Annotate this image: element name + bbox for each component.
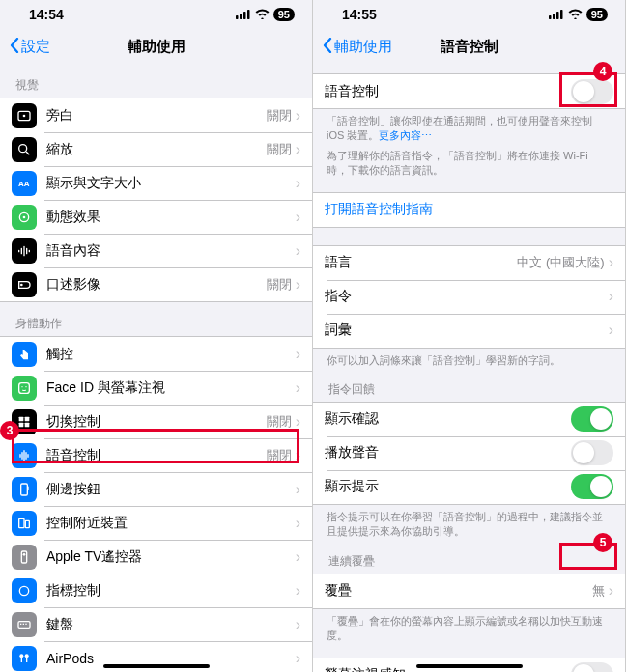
svg-point-5 — [23, 114, 26, 117]
row-voiceover[interactable]: 旁白 關閉 › — [0, 98, 312, 132]
content-right: 語音控制 「語音控制」讓你即使在通話期間，也可使用聲音來控制 iOS 裝置。更多… — [313, 64, 625, 672]
row-voice-control-toggle: 語音控制 — [313, 74, 625, 108]
row-commands[interactable]: 指令 › — [313, 280, 625, 314]
row-show-confirm: 顯示確認 — [313, 403, 625, 436]
row-language[interactable]: 語言 中文 (中國大陸) › — [313, 246, 625, 280]
row-spoken[interactable]: 語音內容 › — [0, 234, 312, 267]
svg-rect-28 — [25, 623, 26, 624]
toggle-show-hint[interactable] — [571, 474, 613, 499]
row-label: Apple TV遙控器 — [46, 548, 296, 566]
svg-rect-2 — [243, 12, 246, 19]
chevron-left-icon — [323, 38, 332, 56]
row-faceid[interactable]: Face ID 與螢幕注視 › — [0, 371, 312, 405]
svg-rect-17 — [25, 422, 30, 427]
svg-rect-36 — [560, 10, 563, 19]
row-open-guide[interactable]: 打開語音控制指南 — [313, 193, 625, 227]
row-label: 口述影像 — [46, 276, 267, 294]
row-label: 語音控制 — [325, 83, 571, 100]
footer-voice-control-2: 為了理解你的語音指令，「語音控制」將在你連接 Wi-Fi 時，下載你的語言資訊。 — [313, 144, 625, 179]
chevron-right-icon: › — [296, 346, 300, 363]
row-textsize[interactable]: AA 顯示與文字大小 › — [0, 166, 312, 200]
status-time: 14:54 — [29, 7, 64, 22]
phone-right: 14:55 95 輔助使用 語音控制 語音控制 「語音控制」讓你即使在通話期間，… — [313, 0, 626, 672]
row-keyboard[interactable]: 鍵盤 › — [0, 607, 312, 641]
section-header-vision: 視覺 — [0, 64, 312, 98]
row-audio-descriptions[interactable]: 口述影像 關閉 › — [0, 267, 312, 301]
svg-point-13 — [25, 386, 26, 387]
svg-rect-15 — [25, 416, 30, 421]
wifi-icon — [255, 7, 270, 22]
row-label: Face ID 與螢幕注視 — [46, 379, 296, 397]
row-label: 顯示與文字大小 — [46, 175, 296, 192]
row-pointer-control[interactable]: 指標控制 › — [0, 574, 312, 607]
back-button[interactable]: 設定 — [10, 38, 50, 56]
keyboard-icon — [12, 612, 37, 637]
back-label: 輔助使用 — [334, 38, 392, 56]
chevron-right-icon: › — [609, 288, 613, 305]
toggle-attention-aware[interactable] — [571, 662, 613, 672]
touch-icon — [12, 342, 37, 367]
home-indicator — [416, 664, 523, 668]
row-label: 指標控制 — [46, 582, 296, 600]
row-label: 切換控制 — [46, 413, 267, 431]
side-button-icon — [12, 477, 37, 502]
svg-rect-14 — [19, 416, 24, 421]
row-touch[interactable]: 觸控 › — [0, 337, 312, 371]
chevron-right-icon: › — [296, 481, 300, 498]
status-right: 95 — [236, 7, 295, 22]
toggle-play-sound[interactable] — [571, 440, 613, 465]
status-time: 14:55 — [342, 7, 377, 22]
chevron-right-icon: › — [609, 322, 613, 339]
row-play-sound: 播放聲音 — [313, 436, 625, 470]
row-voice-control[interactable]: 語音控制 關閉 › — [0, 438, 312, 472]
row-motion[interactable]: 動態效果 › — [0, 200, 312, 234]
svg-rect-30 — [21, 657, 22, 661]
chevron-right-icon: › — [609, 254, 613, 271]
more-content-link[interactable]: 更多內容⋯ — [379, 129, 432, 141]
chevron-right-icon: › — [296, 447, 300, 464]
row-apple-tv-remote[interactable]: Apple TV遙控器 › — [0, 540, 312, 574]
row-vocabulary[interactable]: 詞彙 › — [313, 314, 625, 348]
svg-rect-1 — [240, 14, 242, 19]
section-header-feedback: 指令回饋 — [313, 368, 625, 402]
status-bar: 14:54 95 — [0, 0, 312, 29]
row-zoom[interactable]: 縮放 關閉 › — [0, 132, 312, 166]
svg-text:AA: AA — [18, 180, 30, 188]
svg-point-10 — [20, 283, 23, 286]
wifi-icon — [568, 7, 583, 22]
chevron-right-icon: › — [296, 650, 300, 667]
row-overlay[interactable]: 覆疊 無 › — [313, 574, 625, 608]
svg-point-6 — [19, 144, 27, 152]
toggle-show-confirm[interactable] — [571, 406, 613, 432]
chevron-right-icon: › — [296, 209, 300, 226]
group-overlay: 覆疊 無 › — [313, 574, 625, 609]
svg-rect-34 — [553, 14, 555, 19]
toggle-voice-control[interactable] — [571, 79, 613, 104]
row-value: 關閉 — [267, 276, 292, 294]
voiceover-icon — [12, 103, 37, 128]
section-header-motor: 身體動作 — [0, 302, 312, 336]
group-main-toggle: 語音控制 — [313, 73, 625, 109]
footer-overlay: 「覆疊」會在你的螢幕內容上顯示編號或名稱以加快互動速度。 — [313, 609, 625, 644]
row-label: 指令 — [325, 288, 609, 305]
back-button[interactable]: 輔助使用 — [323, 38, 392, 56]
apple-tv-remote-icon — [12, 545, 37, 570]
footer-language: 你可以加入詞條來讓「語音控制」學習新的字詞。 — [313, 349, 625, 368]
svg-point-12 — [21, 386, 22, 387]
svg-rect-16 — [19, 422, 24, 427]
chevron-right-icon: › — [296, 515, 300, 532]
row-side-button[interactable]: 側邊按鈕 › — [0, 472, 312, 506]
row-value: 關閉 — [267, 413, 292, 431]
row-nearby[interactable]: 控制附近裝置 › — [0, 506, 312, 540]
content-left: 視覺 旁白 關閉 › 縮放 關閉 › AA 顯示與文字大小 › 動態效果 — [0, 64, 312, 672]
chevron-right-icon: › — [296, 548, 300, 566]
pointer-control-icon — [12, 578, 37, 603]
row-label: 側邊按鈕 — [46, 481, 296, 498]
row-value: 關閉 — [267, 447, 292, 464]
chevron-right-icon: › — [296, 379, 300, 397]
svg-rect-26 — [20, 623, 21, 624]
chevron-left-icon — [10, 38, 19, 56]
row-label: 播放聲音 — [325, 444, 571, 462]
row-switch-control[interactable]: 切換控制 關閉 › — [0, 405, 312, 438]
svg-rect-11 — [19, 382, 30, 393]
